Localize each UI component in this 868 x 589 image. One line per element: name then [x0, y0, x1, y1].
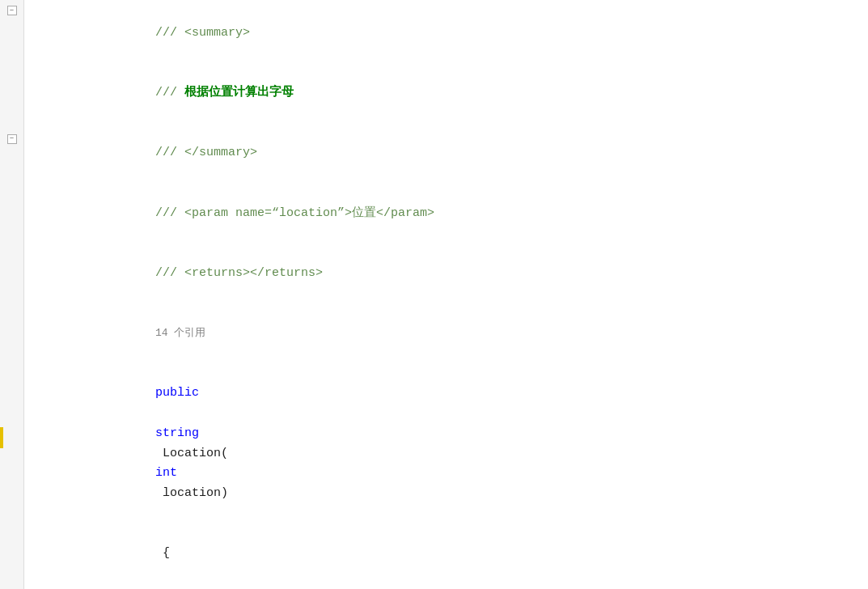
token-string-type: string [155, 426, 199, 440]
collapse-button-1[interactable]: − [7, 6, 17, 15]
token-bold-comment: 根据位置计算出字母 [184, 86, 294, 100]
editor-container: − − /// <summary> [0, 0, 868, 589]
gutter-row-1: − [0, 0, 23, 21]
code-area[interactable]: /// <summary> /// 根据位置计算出字母 /// </summar… [24, 0, 868, 589]
code-line-5: /// <returns></returns> [32, 244, 868, 303]
code-line-7: public string Location( int location) [32, 364, 868, 524]
token-comment-2: /// [155, 86, 184, 100]
gutter-row-8 [0, 150, 23, 171]
gutter-row-9 [0, 171, 23, 192]
gutter-row-20 [0, 405, 23, 426]
gutter-row-4 [0, 64, 23, 85]
line-indent: 14 个引用 [32, 303, 205, 363]
gutter-row-5 [0, 86, 23, 107]
gutter-area: − − [0, 0, 24, 589]
gutter-row-19 [0, 384, 23, 405]
code-line-3: /// </summary> [32, 124, 868, 184]
line-indent: /// <param name=“location”>位置</param> [32, 184, 434, 244]
gutter-row-2 [0, 21, 23, 42]
token-comment-5: /// <returns></returns> [155, 266, 323, 280]
gutter-row-10 [0, 193, 23, 214]
code-line-9 [32, 584, 868, 589]
gutter-row-18 [0, 363, 23, 384]
code-line-6: 14 个引用 [32, 303, 868, 363]
code-line-1: /// <summary> [32, 3, 868, 63]
line-indent: public string Location( int location) [32, 364, 228, 524]
gutter-row-21 [0, 427, 23, 448]
token-open-brace: { [155, 546, 170, 560]
line-indent: /// </summary> [32, 124, 257, 184]
gutter-row-7: − [0, 128, 23, 149]
line-indent: /// <summary> [32, 3, 250, 63]
code-line-2: /// 根据位置计算出字母 [32, 63, 868, 123]
token-space [155, 406, 163, 420]
token-location-name: Location( [155, 447, 228, 460]
token-comment-3: /// </summary> [155, 146, 257, 159]
gutter-row-14 [0, 278, 23, 299]
yellow-strip [0, 427, 3, 448]
gutter-row-12 [0, 235, 23, 256]
token-int: int [155, 466, 177, 480]
line-indent: { [32, 524, 170, 584]
token-comment: /// <summary> [155, 26, 250, 40]
gutter-row-13 [0, 256, 23, 278]
line-indent [32, 584, 137, 589]
gutter-row-17 [0, 341, 23, 362]
gutter-row-11 [0, 214, 23, 235]
token-public: public [155, 386, 199, 400]
line-indent: /// 根据位置计算出字母 [32, 63, 294, 123]
gutter-row-16 [0, 320, 23, 341]
line-indent: /// <returns></returns> [32, 244, 323, 303]
token-param: location) [155, 486, 228, 500]
token-ref-count: 14 个引用 [155, 327, 205, 339]
collapse-button-7[interactable]: − [7, 134, 17, 144]
code-line-4: /// <param name=“location”>位置</param> [32, 184, 868, 244]
code-line-8: { [32, 524, 868, 584]
gutter-row-6 [0, 107, 23, 128]
token-comment-4: /// <param name=“location”>位置</param> [155, 206, 434, 220]
gutter-row-15 [0, 299, 23, 320]
gutter-row-3 [0, 43, 23, 64]
